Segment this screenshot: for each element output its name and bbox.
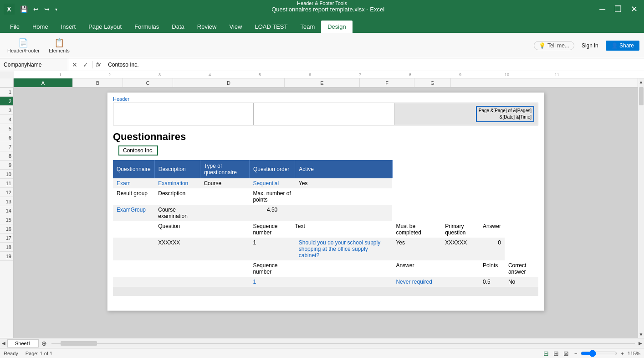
zoom-plus[interactable]: + — [621, 351, 624, 356]
tab-load-test[interactable]: LOAD TEST — [248, 21, 294, 33]
tab-page-layout[interactable]: Page Layout — [82, 21, 128, 33]
scroll-thumb[interactable] — [639, 87, 644, 105]
ribbon-design-btn2[interactable]: 📋 Elements — [46, 37, 72, 54]
h-scrollbar[interactable] — [51, 340, 635, 347]
row-15[interactable]: 15 — [0, 215, 13, 224]
col-header-e[interactable]: E — [285, 78, 360, 87]
row-9[interactable]: 9 — [0, 161, 13, 170]
row-17[interactable]: 17 — [0, 233, 13, 243]
cell-examgroup: ExamGroup — [113, 205, 154, 221]
cell-seqnum2-label: Sequence number — [249, 260, 295, 277]
tab-home[interactable]: Home — [26, 21, 55, 33]
table-row: Exam Examination Course Sequential Yes — [113, 178, 538, 188]
row-12[interactable]: 12 — [0, 188, 13, 197]
row-11[interactable]: 11 — [0, 179, 13, 188]
formula-confirm-button[interactable]: ✓ — [81, 61, 90, 68]
row-18[interactable]: 18 — [0, 243, 13, 252]
cell-type: Course — [200, 178, 249, 188]
normal-view-button[interactable]: ⊟ — [542, 349, 551, 358]
col-headers: A B C D E F G — [14, 78, 638, 88]
header-box-left[interactable] — [113, 103, 254, 125]
lightbulb-icon: 💡 — [539, 42, 546, 49]
page-view: Header Page &[Page] of &[Pages]&[Date] &… — [14, 88, 638, 338]
ribbon-tabs: File Home Insert Page Layout Formulas Da… — [0, 18, 644, 33]
save-button[interactable]: 💾 — [18, 5, 30, 14]
sheet-tab-sheet1[interactable]: Sheet1 — [7, 339, 39, 348]
formula-bar-buttons: ✕ ✓ — [68, 61, 92, 68]
col-header-f[interactable]: F — [360, 78, 414, 87]
zoom-slider[interactable] — [581, 350, 617, 357]
cell-question-id: XXXXXX — [154, 238, 200, 260]
cell-active: Yes — [295, 178, 393, 188]
tab-insert[interactable]: Insert — [55, 21, 82, 33]
scroll-up-arrow[interactable]: ▲ — [638, 78, 644, 85]
tab-formulas[interactable]: Formulas — [128, 21, 165, 33]
customize-qa-button[interactable]: ▾ — [53, 5, 59, 14]
undo-button[interactable]: ↩ — [31, 5, 41, 14]
restore-button[interactable]: ❐ — [612, 3, 624, 15]
cell-question-label: Question — [154, 221, 200, 238]
row-7[interactable]: 7 — [0, 142, 13, 151]
scroll-down-arrow[interactable]: ▼ — [638, 331, 644, 338]
tab-team[interactable]: Team — [294, 21, 321, 33]
tab-design[interactable]: Design — [321, 21, 352, 33]
row-6[interactable]: 6 — [0, 133, 13, 142]
tab-data[interactable]: Data — [165, 21, 190, 33]
add-sheet-button[interactable]: ⊕ — [39, 340, 50, 347]
close-button[interactable]: ✕ — [628, 3, 640, 15]
row-3[interactable]: 3 — [0, 106, 13, 115]
cell-primary-label: Primary question — [441, 221, 479, 238]
cell-eg-empty — [200, 205, 249, 221]
col-header-c[interactable]: C — [123, 78, 173, 87]
cell-answer-label: Answer — [479, 221, 505, 238]
right-scrollbar[interactable]: ▲ ▼ — [638, 78, 644, 338]
row-2[interactable]: 2 — [0, 97, 13, 106]
cell-correct-val: No — [505, 277, 538, 287]
tab-file[interactable]: File — [4, 21, 26, 33]
cell-answer2-val: Never required — [392, 277, 441, 287]
table-row: Result group Description Max. number of … — [113, 188, 538, 205]
row-5[interactable]: 5 — [0, 124, 13, 133]
page-break-view-button[interactable]: ⊠ — [562, 349, 571, 358]
page-layout-view-button[interactable]: ⊞ — [552, 349, 561, 358]
company-cell[interactable]: Contoso Inc. — [118, 145, 158, 156]
ribbon-design-btn[interactable]: 📄 Header/Footer — [5, 37, 42, 54]
formula-input[interactable]: Contoso Inc. — [104, 62, 644, 68]
name-box[interactable]: CompanyName — [0, 58, 68, 71]
row-8[interactable]: 8 — [0, 151, 13, 161]
row-19[interactable]: 19 — [0, 252, 13, 261]
zoom-minus[interactable]: − — [574, 351, 577, 356]
col-header-d[interactable]: D — [173, 78, 285, 87]
grid-content: A B C D E F G Header — [14, 78, 638, 338]
row-14[interactable]: 14 — [0, 206, 13, 215]
row-10[interactable]: 10 — [0, 170, 13, 179]
tab-view[interactable]: View — [223, 21, 248, 33]
table-row: Question Sequence number Text Must be co… — [113, 221, 538, 238]
page: Header Page &[Page] of &[Pages]&[Date] &… — [107, 92, 544, 311]
cell-must-label: Must be completed — [392, 221, 441, 238]
col-header-a[interactable]: A — [14, 78, 73, 87]
cell-primary-val: XXXXXX — [441, 238, 479, 260]
row-4[interactable]: 4 — [0, 115, 13, 124]
header-box-center[interactable] — [254, 103, 394, 125]
minimize-button[interactable]: ─ — [597, 4, 608, 15]
sign-in-button[interactable]: Sign in — [578, 41, 602, 51]
row-16[interactable]: 16 — [0, 224, 13, 233]
row-1[interactable]: 1 — [0, 88, 13, 97]
cell-seqnum-label: Sequence number — [249, 221, 295, 238]
formula-cancel-button[interactable]: ✕ — [70, 61, 79, 68]
tell-me-box[interactable]: 💡 Tell me... — [534, 41, 574, 50]
scroll-left-button[interactable]: ◀ — [0, 341, 7, 346]
col-header-g[interactable]: G — [414, 78, 451, 87]
row-13[interactable]: 13 — [0, 197, 13, 206]
cell-correct-label: Correct answer — [505, 260, 538, 277]
tab-review[interactable]: Review — [191, 21, 223, 33]
cell-eg-empty2 — [295, 205, 393, 221]
company-cell-wrapper: Contoso Inc. — [113, 145, 538, 156]
col-header-b[interactable]: B — [73, 78, 123, 87]
share-button[interactable]: 👤 Share — [606, 41, 639, 51]
redo-button[interactable]: ↪ — [42, 5, 51, 14]
header-box-right: Page &[Page] of &[Pages]&[Date] &[Time] — [394, 103, 538, 125]
cell-eg-desc: Course examination — [154, 205, 200, 221]
scroll-right-button[interactable]: ▶ — [637, 341, 644, 346]
